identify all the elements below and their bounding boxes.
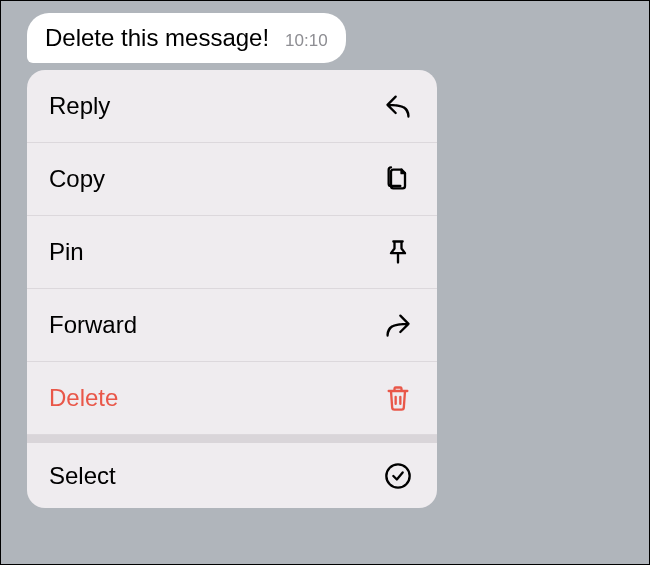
menu-label: Pin [49,238,84,266]
menu-item-reply[interactable]: Reply [27,70,437,143]
select-icon [383,461,413,491]
app-frame: Delete this message! 10:10 Reply Copy [0,0,650,565]
menu-item-pin[interactable]: Pin [27,216,437,289]
menu-label: Forward [49,311,137,339]
message-text: Delete this message! [45,24,269,52]
menu-label: Reply [49,92,110,120]
message-timestamp: 10:10 [285,31,328,51]
pin-icon [383,237,413,267]
menu-label: Select [49,462,116,490]
trash-icon [383,383,413,413]
menu-label: Copy [49,165,105,193]
menu-item-copy[interactable]: Copy [27,143,437,216]
menu-item-forward[interactable]: Forward [27,289,437,362]
message-bubble[interactable]: Delete this message! 10:10 [27,13,346,63]
menu-item-select[interactable]: Select [27,435,437,508]
copy-icon [383,164,413,194]
menu-item-delete[interactable]: Delete [27,362,437,435]
menu-label: Delete [49,384,118,412]
context-menu: Reply Copy Pin [27,70,437,508]
svg-point-0 [386,464,409,487]
reply-icon [383,91,413,121]
forward-icon [383,310,413,340]
